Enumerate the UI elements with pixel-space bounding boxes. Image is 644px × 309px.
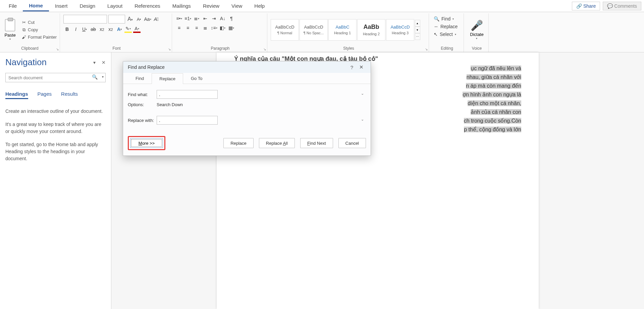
find-replace-dialog: Find and Replace ? ✕ Find Replace Go To …	[123, 61, 371, 156]
scissors-icon: ✂	[21, 20, 26, 25]
font-color-button[interactable]: A▾	[133, 26, 141, 33]
paragraph-launcher-icon[interactable]: ↘	[263, 47, 266, 51]
tab-file[interactable]: File	[3, 1, 23, 11]
copy-icon: ⧉	[21, 27, 26, 33]
styles-gallery-scroll[interactable]: ▴ ▾ ⋯	[415, 20, 420, 40]
font-name-input[interactable]	[63, 15, 107, 24]
group-clipboard: Paste ▾ ✂Cut ⧉Copy 🖌Format Painter Clipb…	[0, 13, 60, 52]
replace-button[interactable]: ↔Replace	[432, 23, 459, 30]
font-size-input[interactable]	[108, 15, 125, 24]
replace-icon: ↔	[434, 24, 438, 29]
tab-home[interactable]: Home	[23, 1, 49, 11]
subscript-button[interactable]: x2	[98, 26, 106, 33]
tab-review[interactable]: Review	[197, 1, 225, 11]
group-voice: 🎤 Dictate ▾ Voice	[465, 13, 489, 52]
tab-layout[interactable]: Layout	[101, 1, 128, 11]
cut-button[interactable]: ✂Cut	[20, 19, 58, 26]
increase-indent-button[interactable]: ⇥	[210, 15, 218, 22]
replace-dropdown-icon[interactable]: ⌄	[361, 117, 364, 122]
style-normal[interactable]: AaBbCcD¶ Normal	[271, 19, 299, 41]
help-icon[interactable]: ?	[347, 64, 357, 70]
clipboard-launcher-icon[interactable]: ↘	[56, 47, 59, 51]
tab-help[interactable]: Help	[248, 1, 271, 11]
nav-help-p3: To get started, go to the Home tab and a…	[5, 141, 106, 162]
align-center-button[interactable]: ≡	[184, 24, 192, 32]
bold-button[interactable]: B	[63, 26, 71, 33]
font-launcher-icon[interactable]: ↘	[168, 47, 171, 51]
format-painter-button[interactable]: 🖌Format Painter	[20, 34, 58, 40]
multilevel-button[interactable]: ≣▾	[193, 15, 200, 22]
nav-dropdown-icon[interactable]: ▾	[93, 60, 96, 65]
nav-tab-results[interactable]: Results	[61, 91, 78, 99]
replace-with-input[interactable]	[157, 116, 218, 125]
gallery-more-icon[interactable]: ⋯	[415, 33, 420, 40]
dialog-title-text: Find and Replace	[128, 64, 165, 70]
replace-action-button[interactable]: Replace	[223, 138, 254, 148]
group-label-styles: Styles	[271, 45, 427, 51]
style-heading-1[interactable]: AaBbCHeading 1	[328, 19, 357, 41]
show-marks-button[interactable]: ¶	[228, 15, 235, 22]
text-effects-button[interactable]: A▾	[116, 26, 123, 33]
find-what-input[interactable]	[157, 90, 218, 99]
tab-insert[interactable]: Insert	[49, 1, 74, 11]
shading-button[interactable]: ◧▾	[219, 24, 226, 32]
numbering-button[interactable]: ≡1▾	[184, 15, 192, 22]
clear-format-button[interactable]: A⃠	[153, 15, 160, 23]
replace-all-button[interactable]: Replace All	[259, 138, 295, 148]
paste-icon	[5, 19, 15, 31]
replace-with-label: Replace with:	[128, 118, 157, 123]
style-no-spacing[interactable]: AaBbCcD¶ No Spac...	[300, 19, 328, 41]
bullets-button[interactable]: ≡•▾	[175, 15, 183, 22]
chevron-up-icon[interactable]: ▴	[415, 20, 420, 27]
microphone-icon: 🎤	[471, 19, 483, 31]
dialog-titlebar[interactable]: Find and Replace ? ✕	[123, 61, 371, 73]
styles-launcher-icon[interactable]: ↘	[425, 47, 428, 51]
tab-view[interactable]: View	[225, 1, 248, 11]
select-button[interactable]: ↖Select▾	[432, 31, 458, 38]
find-dropdown-icon[interactable]: ⌄	[361, 91, 364, 96]
dialog-tab-find[interactable]: Find	[128, 73, 152, 84]
paste-dropdown-icon[interactable]: ▾	[9, 38, 11, 41]
more-button[interactable]: More >>	[130, 138, 163, 148]
style-heading-2[interactable]: AaBbHeading 2	[357, 19, 385, 41]
tab-mailings[interactable]: Mailings	[166, 1, 197, 11]
italic-button[interactable]: I	[72, 26, 79, 33]
dialog-tab-goto[interactable]: Go To	[183, 73, 210, 84]
tab-design[interactable]: Design	[73, 1, 101, 11]
close-icon[interactable]: ✕	[357, 64, 366, 70]
cancel-button[interactable]: Cancel	[338, 138, 366, 148]
nav-close-icon[interactable]: ✕	[102, 60, 106, 65]
find-next-button[interactable]: Find Next	[300, 138, 333, 148]
underline-button[interactable]: U▾	[81, 26, 88, 33]
tab-references[interactable]: References	[128, 1, 166, 11]
dialog-tab-replace[interactable]: Replace	[152, 73, 183, 84]
find-button[interactable]: 🔍Find▾	[432, 15, 455, 22]
nav-tab-pages[interactable]: Pages	[38, 91, 52, 99]
superscript-button[interactable]: x2	[107, 26, 114, 33]
group-label-voice: Voice	[467, 45, 486, 51]
search-icon[interactable]: 🔍	[92, 74, 98, 80]
search-document-input[interactable]	[5, 73, 106, 82]
decrease-indent-button[interactable]: ⇤	[202, 15, 209, 22]
change-case-button[interactable]: Aa▾	[144, 15, 151, 23]
shrink-font-button[interactable]: A▾	[135, 15, 143, 23]
comments-button[interactable]: 💬Comments	[603, 2, 641, 10]
line-spacing-button[interactable]: ↕≡▾	[210, 24, 218, 32]
strike-button[interactable]: ab	[90, 26, 97, 33]
justify-button[interactable]: ≣	[202, 24, 209, 32]
highlight-button[interactable]: ✎▾	[124, 26, 132, 33]
style-heading-3[interactable]: AaBbCcDHeading 3	[386, 19, 414, 41]
grow-font-button[interactable]: A▴	[126, 15, 134, 23]
chevron-down-icon[interactable]: ▾	[415, 27, 420, 33]
borders-button[interactable]: ▦▾	[228, 24, 235, 32]
nav-tab-headings[interactable]: Headings	[5, 91, 28, 99]
search-dropdown-icon[interactable]: ▾	[102, 75, 104, 79]
copy-button[interactable]: ⧉Copy	[20, 27, 58, 33]
sort-button[interactable]: A↓	[219, 15, 226, 22]
navigation-pane: Navigation ▾ ✕ 🔍 ▾ Headings Pages Result…	[0, 52, 111, 309]
align-right-button[interactable]: ≡	[193, 24, 200, 32]
paste-button[interactable]: Paste ▾	[2, 16, 18, 43]
dictate-button[interactable]: 🎤 Dictate ▾	[470, 19, 483, 40]
align-left-button[interactable]: ≡	[175, 24, 183, 32]
share-button[interactable]: 🔗Share	[572, 2, 600, 10]
